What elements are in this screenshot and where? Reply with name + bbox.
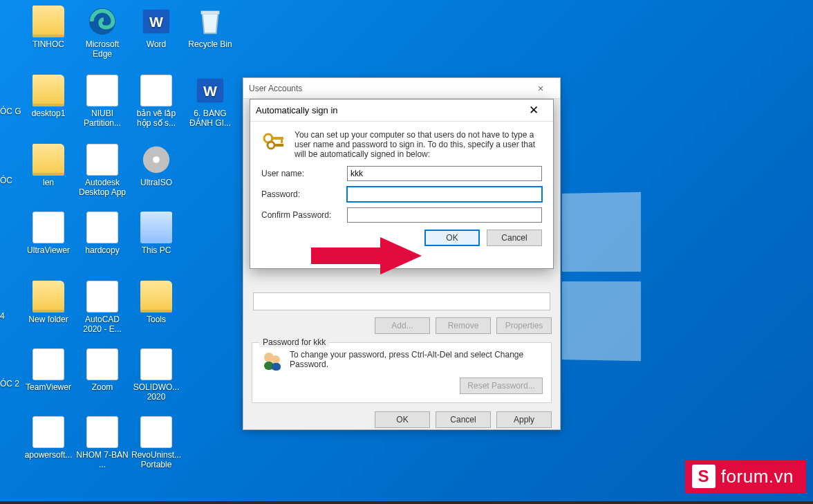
- group-legend: Password for kkk: [259, 337, 329, 347]
- reset-password-button[interactable]: Reset Password...: [460, 377, 543, 394]
- password-group: Password for kkk To change your password…: [252, 342, 552, 403]
- icon-label: This PC: [129, 246, 184, 256]
- icon-label: apowersoft...: [21, 451, 76, 460]
- svg-marker-17: [311, 237, 422, 274]
- desktop-icon[interactable]: hardcopy: [75, 212, 130, 256]
- desktop-icon[interactable]: SOLIDWO... 2020: [129, 348, 184, 402]
- icon-label: 6. BẢNG ĐÁNH GI...: [183, 109, 238, 129]
- password-input[interactable]: [347, 187, 542, 202]
- taskbar[interactable]: [0, 501, 813, 504]
- desktop-icon[interactable]: Tools: [129, 281, 184, 325]
- icon-label: Tools: [129, 315, 184, 325]
- svg-rect-16: [274, 144, 283, 147]
- parent-title: User Accounts: [249, 84, 302, 93]
- properties-button[interactable]: Properties: [496, 317, 552, 334]
- svg-text:W: W: [203, 83, 217, 99]
- desktop-icon[interactable]: NHÓM 7-BẢN ...: [75, 416, 130, 470]
- watermark-text: forum.vn: [721, 466, 794, 487]
- desktop-icon[interactable]: This PC: [129, 212, 184, 256]
- parent-ok-button[interactable]: OK: [375, 411, 430, 428]
- icon-label: bản vẽ lắp hộp số s...: [129, 109, 184, 129]
- icon-label: TeamViewer: [21, 383, 76, 393]
- svg-rect-3: [201, 11, 220, 15]
- desktop-icon[interactable]: Autodesk Desktop App: [75, 144, 130, 198]
- icon-label: Zoom: [75, 383, 130, 393]
- keys-icon: [261, 130, 286, 155]
- password-text: To change your password, press Ctrl-Alt-…: [290, 350, 543, 369]
- desktop-icon[interactable]: Microsoft Edge: [75, 6, 130, 59]
- child-titlebar[interactable]: Automatically sign in ✕: [250, 100, 553, 122]
- child-ok-button[interactable]: OK: [424, 230, 480, 246]
- annotation-arrow: [311, 235, 422, 277]
- desktop-icon[interactable]: W6. BẢNG ĐÁNH GI...: [183, 75, 238, 129]
- icon-label: UltraISO: [129, 178, 184, 188]
- dialog-description: You can set up your computer so that use…: [295, 130, 542, 159]
- svg-point-10: [272, 355, 280, 364]
- desktop-icon[interactable]: RevoUninst... Portable: [129, 416, 184, 470]
- icon-label: hardcopy: [75, 246, 130, 256]
- desktop-icon[interactable]: TeamViewer: [21, 348, 76, 393]
- svg-rect-14: [281, 140, 283, 143]
- user-keys-icon: [261, 350, 283, 372]
- add-button[interactable]: Add...: [375, 317, 430, 334]
- svg-rect-13: [271, 137, 283, 140]
- close-icon[interactable]: ✕: [520, 103, 548, 118]
- parent-titlebar[interactable]: User Accounts ×: [243, 78, 560, 99]
- desktop-icon[interactable]: WWord: [129, 6, 184, 50]
- svg-text:W: W: [149, 14, 163, 30]
- desktop-icon[interactable]: Recycle Bin: [183, 6, 238, 50]
- watermark-logo: S: [692, 465, 716, 488]
- icon-label: UltraViewer: [21, 246, 76, 256]
- confirm-password-label: Confirm Password:: [261, 210, 347, 220]
- icon-label: Word: [129, 40, 184, 50]
- icon-label: RevoUninst... Portable: [129, 451, 184, 470]
- icon-label: desktop1: [21, 109, 76, 119]
- confirm-password-input[interactable]: [347, 207, 542, 223]
- desktop-icon[interactable]: apowersoft...: [21, 416, 76, 460]
- icon-label: AutoCAD 2020 - E...: [75, 315, 130, 335]
- desktop-icon[interactable]: UltraViewer: [21, 212, 76, 256]
- desktop-icon[interactable]: AutoCAD 2020 - E...: [75, 281, 130, 335]
- close-icon[interactable]: ×: [527, 83, 554, 94]
- username-input[interactable]: [347, 166, 542, 181]
- svg-point-7: [153, 156, 160, 163]
- user-listbox[interactable]: [253, 292, 550, 310]
- desktop-icon[interactable]: len: [21, 144, 76, 188]
- desktop-icon[interactable]: Zoom: [75, 348, 130, 393]
- icon-label: Autodesk Desktop App: [75, 178, 130, 198]
- watermark: S forum.vn: [685, 460, 806, 493]
- parent-apply-button[interactable]: Apply: [496, 411, 552, 428]
- icon-label: New folder: [21, 315, 76, 325]
- icon-label: SOLIDWO... 2020: [129, 383, 184, 402]
- svg-rect-11: [272, 363, 281, 371]
- desktop-icon[interactable]: UltraISO: [129, 144, 184, 188]
- username-label: User name:: [261, 169, 347, 178]
- svg-point-15: [268, 142, 274, 149]
- icon-label: NHÓM 7-BẢN ...: [75, 451, 130, 470]
- remove-button[interactable]: Remove: [436, 317, 491, 334]
- desktop-icon[interactable]: desktop1: [21, 75, 76, 119]
- icon-label: Recycle Bin: [183, 40, 238, 50]
- child-cancel-button[interactable]: Cancel: [487, 230, 542, 246]
- icon-label: Microsoft Edge: [75, 40, 130, 59]
- desktop-icon[interactable]: New folder: [21, 281, 76, 325]
- desktop-icon[interactable]: bản vẽ lắp hộp số s...: [129, 75, 184, 129]
- desktop-icon[interactable]: TINHOC: [21, 6, 76, 50]
- child-title: Automatically sign in: [256, 105, 338, 115]
- icon-label: NIUBI Partition...: [75, 109, 130, 129]
- parent-cancel-button[interactable]: Cancel: [436, 411, 491, 428]
- desktop-icon[interactable]: NIUBI Partition...: [75, 75, 130, 129]
- icon-label: TINHOC: [21, 40, 76, 50]
- clipped-column: ÓC G ÓC 4 ÓC 2: [0, 106, 21, 448]
- password-label: Password:: [261, 189, 347, 199]
- icon-label: len: [21, 178, 76, 188]
